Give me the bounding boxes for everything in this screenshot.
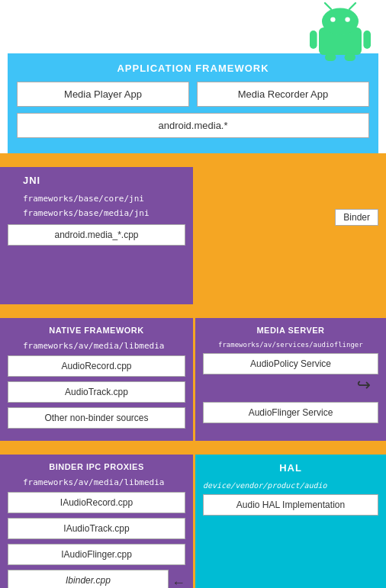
svg-rect-9 bbox=[345, 53, 355, 61]
app-row-1: Media Player App Media Recorder App bbox=[17, 82, 369, 107]
non-binder-box: Other non-binder sources bbox=[8, 407, 185, 429]
orange-right-section bbox=[193, 167, 386, 304]
native-framework-title: NATIVE FRAMEWORK bbox=[8, 326, 185, 335]
audio-flinger-box: AudioFlinger Service bbox=[203, 402, 378, 423]
svg-line-4 bbox=[325, 3, 331, 9]
lbinder-arrow-icon: ← bbox=[172, 575, 185, 589]
svg-rect-6 bbox=[310, 31, 317, 49]
audio-record-box: AudioRecord.cpp bbox=[8, 355, 185, 377]
app-framework-title: APPLICATION FRAMEWORK bbox=[17, 63, 369, 74]
android-media-box: android.media.* bbox=[17, 113, 369, 138]
media-server-section: MEDIA SERVER frameworks/av/services/audi… bbox=[193, 318, 386, 441]
svg-rect-7 bbox=[363, 31, 371, 49]
media-server-title: MEDIA SERVER bbox=[203, 326, 378, 335]
media-server-path: frameworks/av/services/audioflinger bbox=[203, 341, 378, 349]
iaudio-track-box: IAudioTrack.cpp bbox=[8, 518, 185, 539]
svg-line-5 bbox=[349, 3, 355, 9]
media-recorder-box: Media Recorder App bbox=[197, 82, 369, 107]
orange-band-top bbox=[0, 153, 386, 167]
audio-policy-box: AudioPolicy Service bbox=[203, 353, 378, 374]
svg-rect-8 bbox=[325, 53, 336, 61]
audio-track-box: AudioTrack.cpp bbox=[8, 381, 185, 403]
jni-path1: frameworks/base/core/jni bbox=[8, 194, 185, 204]
ibinder-box: Ibinder.cpp bbox=[8, 570, 169, 588]
binder-ipc-section: BINDER IPC PROXIES frameworks/av/media/l… bbox=[0, 455, 193, 588]
jni-path2: frameworks/base/media/jni bbox=[8, 208, 185, 218]
iaudio-record-box: IAudioRecord.cpp bbox=[8, 492, 185, 513]
svg-point-2 bbox=[330, 17, 335, 21]
middle-section: JNI frameworks/base/core/jni frameworks/… bbox=[0, 167, 386, 304]
svg-point-3 bbox=[345, 17, 349, 21]
curved-arrow-icon: ↩ bbox=[357, 375, 371, 395]
binder-hal-row: BINDER IPC PROXIES frameworks/av/media/l… bbox=[0, 455, 386, 588]
hal-path: device/vendor/product/audio bbox=[203, 481, 378, 490]
native-framework-section: NATIVE FRAMEWORK frameworks/av/media/lib… bbox=[0, 318, 193, 441]
media-player-box: Media Player App bbox=[17, 82, 189, 107]
jni-title: JNI bbox=[8, 175, 185, 186]
hal-section: HAL device/vendor/product/audio Audio HA… bbox=[193, 455, 386, 588]
svg-point-1 bbox=[322, 8, 359, 34]
hal-impl-box: Audio HAL Implementation bbox=[203, 494, 378, 516]
binder-ipc-path: frameworks/av/media/libmedia bbox=[8, 477, 185, 487]
orange-band-lower bbox=[0, 441, 386, 455]
iaudio-flinger-box: IAudioFlinger.cpp bbox=[8, 544, 185, 565]
arrow-container: ↩ bbox=[203, 379, 378, 402]
binder-label: Binder bbox=[335, 209, 378, 226]
orange-band-middle bbox=[0, 304, 386, 318]
ibinder-row: Ibinder.cpp ← bbox=[8, 570, 185, 588]
app-row-2: android.media.* bbox=[17, 113, 369, 138]
app-framework-section: APPLICATION FRAMEWORK Media Player App M… bbox=[8, 53, 378, 153]
native-framework-path: frameworks/av/media/libmedia bbox=[8, 341, 185, 351]
jni-cpp-box: android.media_*.cpp bbox=[8, 224, 185, 246]
hal-title: HAL bbox=[203, 462, 378, 474]
native-media-row: NATIVE FRAMEWORK frameworks/av/media/lib… bbox=[0, 318, 386, 441]
android-logo bbox=[310, 0, 371, 61]
binder-ipc-title: BINDER IPC PROXIES bbox=[8, 462, 185, 471]
jni-section: JNI frameworks/base/core/jni frameworks/… bbox=[0, 167, 193, 304]
